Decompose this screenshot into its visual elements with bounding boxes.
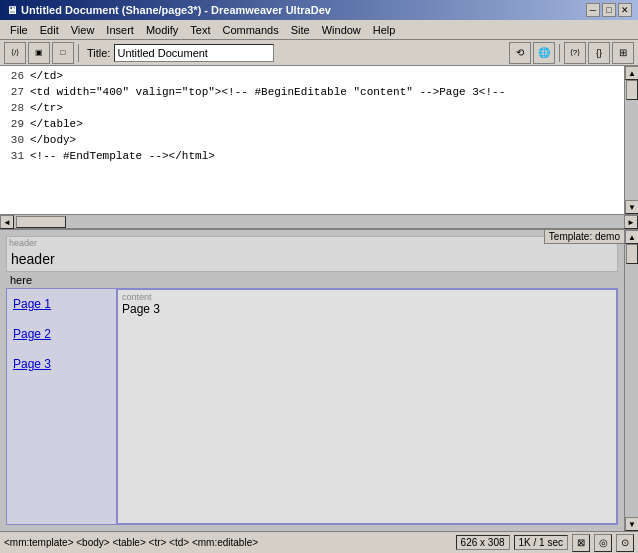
minimize-button[interactable]: ─ bbox=[586, 3, 600, 17]
content-area[interactable]: content Page 3 bbox=[117, 289, 617, 524]
hscroll-thumb[interactable] bbox=[16, 216, 66, 228]
code-hscroll[interactable]: ◄ ► bbox=[0, 214, 638, 228]
window-controls[interactable]: ─ □ ✕ bbox=[586, 3, 632, 17]
title-field: Title: bbox=[87, 44, 274, 62]
menu-text[interactable]: Text bbox=[184, 22, 216, 38]
code-line-29: 29 </table> bbox=[0, 116, 624, 132]
design-vscroll[interactable]: ▲ ▼ bbox=[624, 230, 638, 531]
grid-btn[interactable]: ⊞ bbox=[612, 42, 634, 64]
menu-modify[interactable]: Modify bbox=[140, 22, 184, 38]
sidebar-link-page1[interactable]: Page 1 bbox=[13, 297, 110, 311]
status-icon-3[interactable]: ⊙ bbox=[616, 534, 634, 552]
toolbar: ⟨/⟩ ▣ □ Title: ⟲ 🌐 ⟨?⟩ {} ⊞ bbox=[0, 40, 638, 66]
design-vscroll-track bbox=[625, 244, 638, 517]
code-lines-area: 26 </td> 27 <td width="400" valign="top"… bbox=[0, 66, 638, 214]
status-icon-2[interactable]: ◎ bbox=[594, 534, 612, 552]
globe-btn[interactable]: 🌐 bbox=[533, 42, 555, 64]
code-line-30: 30 </body> bbox=[0, 132, 624, 148]
here-text: here bbox=[0, 272, 624, 288]
menu-file[interactable]: File bbox=[4, 22, 34, 38]
header-region: header header bbox=[6, 236, 618, 272]
status-right: 626 x 308 1K / 1 sec ⊠ ◎ ⊙ bbox=[456, 534, 634, 552]
main-layout: Page 1 Page 2 Page 3 content Page 3 bbox=[6, 288, 618, 525]
refresh-btn[interactable]: ⟲ bbox=[509, 42, 531, 64]
vscroll-up[interactable]: ▲ bbox=[625, 66, 638, 80]
toolbar-right: ⟲ 🌐 ⟨?⟩ {} ⊞ bbox=[509, 42, 634, 64]
menu-help[interactable]: Help bbox=[367, 22, 402, 38]
menu-bar: File Edit View Insert Modify Text Comman… bbox=[0, 20, 638, 40]
code-vscroll[interactable]: ▲ ▼ bbox=[624, 66, 638, 214]
content-text[interactable]: Page 3 bbox=[122, 302, 612, 316]
content-label: content bbox=[122, 292, 612, 302]
code-view-panel: 26 </td> 27 <td width="400" valign="top"… bbox=[0, 66, 638, 230]
title-input[interactable] bbox=[114, 44, 274, 62]
vscroll-track bbox=[625, 80, 638, 200]
design-section: Template: demo header header here bbox=[0, 230, 638, 553]
code-line-31: 31 <!-- #EndTemplate --></html> bbox=[0, 148, 624, 164]
sidebar-link-page2[interactable]: Page 2 bbox=[13, 327, 110, 341]
code-line-26: 26 </td> bbox=[0, 68, 624, 84]
sidebar: Page 1 Page 2 Page 3 bbox=[7, 289, 117, 524]
header-region-label: header bbox=[7, 237, 617, 249]
hscroll-track bbox=[14, 215, 624, 228]
code-line-28: 28 </tr> bbox=[0, 100, 624, 116]
title-label: Title: bbox=[87, 47, 110, 59]
template-label: Template: demo bbox=[544, 230, 624, 244]
status-bar: <mm:template> <body> <table> <tr> <td> <… bbox=[0, 531, 638, 553]
header-text: header bbox=[7, 249, 617, 271]
sep2 bbox=[559, 44, 560, 62]
status-icon-1[interactable]: ⊠ bbox=[572, 534, 590, 552]
menu-insert[interactable]: Insert bbox=[100, 22, 140, 38]
sidebar-link-page3[interactable]: Page 3 bbox=[13, 357, 110, 371]
code-btn[interactable]: ⟨?⟩ bbox=[564, 42, 586, 64]
design-vscroll-thumb[interactable] bbox=[626, 244, 638, 264]
code-content[interactable]: 26 </td> 27 <td width="400" valign="top"… bbox=[0, 66, 624, 214]
code-line-27: 27 <td width="400" valign="top"><!-- #Be… bbox=[0, 84, 624, 100]
main-area: 26 </td> 27 <td width="400" valign="top"… bbox=[0, 66, 638, 553]
menu-edit[interactable]: Edit bbox=[34, 22, 65, 38]
outer-layout: 26 </td> 27 <td width="400" valign="top"… bbox=[0, 66, 638, 553]
menu-site[interactable]: Site bbox=[285, 22, 316, 38]
hscroll-left[interactable]: ◄ bbox=[0, 215, 14, 229]
menu-commands[interactable]: Commands bbox=[216, 22, 284, 38]
vscroll-thumb[interactable] bbox=[626, 80, 638, 100]
status-size: 626 x 308 bbox=[456, 535, 510, 550]
menu-view[interactable]: View bbox=[65, 22, 101, 38]
design-vscroll-down[interactable]: ▼ bbox=[625, 517, 638, 531]
maximize-button[interactable]: □ bbox=[602, 3, 616, 17]
split-view-button[interactable]: ▣ bbox=[28, 42, 50, 64]
design-view-button[interactable]: □ bbox=[52, 42, 74, 64]
vscroll-down[interactable]: ▼ bbox=[625, 200, 638, 214]
toolbar-separator-1 bbox=[78, 44, 79, 62]
title-bar: 🖥 Untitled Document (Shane/page3*) - Dre… bbox=[0, 0, 638, 20]
braces-btn[interactable]: {} bbox=[588, 42, 610, 64]
design-body: Template: demo header header here bbox=[0, 230, 638, 531]
code-view-button[interactable]: ⟨/⟩ bbox=[4, 42, 26, 64]
app-icon: 🖥 bbox=[6, 4, 17, 16]
close-button[interactable]: ✕ bbox=[618, 3, 632, 17]
status-path: <mm:template> <body> <table> <tr> <td> <… bbox=[4, 537, 456, 548]
design-vscroll-up[interactable]: ▲ bbox=[625, 230, 638, 244]
page-wrapper: Template: demo header header here bbox=[0, 230, 624, 531]
status-speed: 1K / 1 sec bbox=[514, 535, 568, 550]
design-content: header header here Page 1 Page 2 Page 3 bbox=[0, 230, 624, 531]
title-bar-title: 🖥 Untitled Document (Shane/page3*) - Dre… bbox=[6, 4, 331, 16]
menu-window[interactable]: Window bbox=[316, 22, 367, 38]
hscroll-right[interactable]: ► bbox=[624, 215, 638, 229]
window-title: Untitled Document (Shane/page3*) - Dream… bbox=[21, 4, 331, 16]
